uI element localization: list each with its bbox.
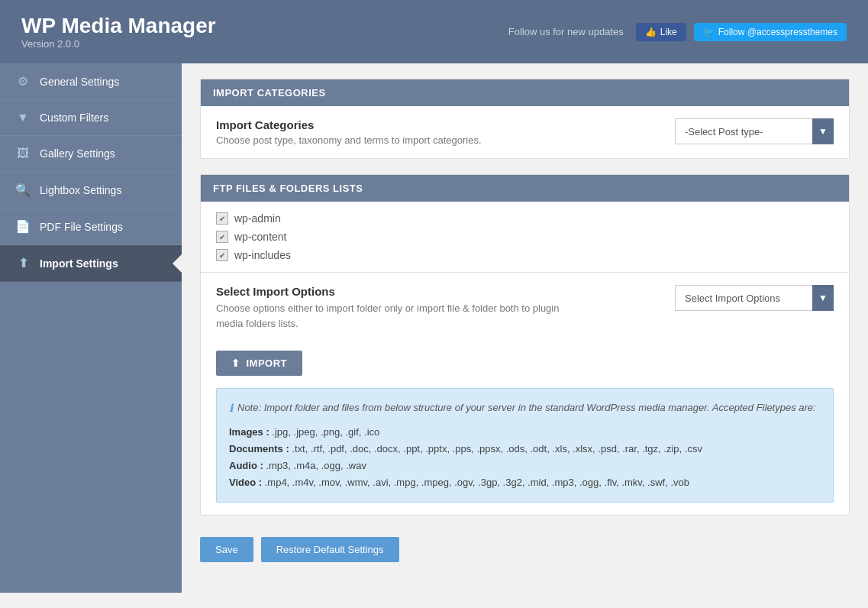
- sidebar-item-pdf-file-settings[interactable]: 📄 PDF File Settings: [0, 209, 182, 245]
- post-type-select-arrow[interactable]: ▼: [812, 118, 834, 144]
- follow-text: Follow us for new updates: [508, 26, 624, 37]
- fb-btn-label: Like: [660, 27, 677, 37]
- documents-types: .txt, .rtf, .pdf, .doc, .docx, .ppt, .pp…: [292, 443, 702, 454]
- sidebar: ⚙ General Settings ▼ Custom Filters 🖼 Ga…: [0, 63, 182, 593]
- import-options-description: Choose options either to import folder o…: [216, 301, 567, 331]
- info-note: ℹ Note: Import folder and files from bel…: [229, 399, 821, 418]
- lightbox-settings-icon: 🔍: [15, 183, 31, 197]
- list-item: ✔ wp-content: [216, 231, 834, 243]
- import-options-label: Select Import Options: [216, 285, 567, 298]
- info-audio-row: Audio : .mp3, .m4a, .ogg, .wav: [229, 458, 821, 474]
- facebook-icon: 👍: [645, 27, 657, 37]
- ftp-item-label: wp-includes: [234, 249, 291, 261]
- sidebar-item-lightbox-settings[interactable]: 🔍 Lightbox Settings: [0, 172, 182, 209]
- import-options-select[interactable]: Select Import Options Import Folder Only…: [675, 285, 812, 311]
- sidebar-item-general-settings[interactable]: ⚙ General Settings: [0, 63, 182, 100]
- twitter-icon: 🐦: [703, 27, 715, 37]
- checkbox-wp-includes[interactable]: ✔: [216, 249, 228, 261]
- pdf-file-settings-icon: 📄: [15, 219, 31, 234]
- info-documents-row: Documents : .txt, .rtf, .pdf, .doc, .doc…: [229, 441, 821, 458]
- tw-btn-label: Follow @accesspressthemes: [718, 27, 837, 37]
- import-button-row: ⬆ IMPORT: [201, 343, 849, 388]
- twitter-follow-button[interactable]: 🐦 Follow @accesspressthemes: [694, 23, 847, 41]
- import-categories-row: Import Categories Choose post type, taxo…: [216, 118, 834, 146]
- import-button-icon: ⬆: [231, 357, 240, 369]
- video-label: Video :: [229, 477, 265, 488]
- header-title: WP Media Manager Version 2.0.0: [21, 14, 216, 50]
- import-categories-title: IMPORT CATEGORIES: [213, 87, 326, 99]
- import-options-select-wrapper: Select Import Options Import Folder Only…: [675, 285, 834, 311]
- select-import-options-section: Select Import Options Choose options eit…: [201, 273, 849, 343]
- video-types: .mp4, .m4v, .mov, .wmv, .avi, .mpg, .mpe…: [265, 477, 689, 488]
- ftp-files-section: FTP FILES & FOLDERS LISTS ✔ wp-admin ✔ w…: [200, 174, 850, 516]
- import-button[interactable]: ⬆ IMPORT: [216, 351, 302, 376]
- sidebar-item-label: General Settings: [40, 76, 119, 88]
- post-type-select-wrapper: -Select Post type- Post Page Attachment …: [675, 118, 834, 144]
- restore-default-button[interactable]: Restore Default Settings: [261, 537, 399, 562]
- import-categories-body: Import Categories Choose post type, taxo…: [201, 106, 849, 158]
- sidebar-item-label: Gallery Settings: [40, 147, 115, 160]
- app-title: WP Media Manager: [21, 14, 216, 38]
- app-version: Version 2.0.0: [21, 38, 216, 50]
- sidebar-item-label: Custom Filters: [40, 112, 108, 124]
- import-options-row: Select Import Options Choose options eit…: [216, 285, 834, 331]
- sidebar-item-label: Import Settings: [40, 257, 118, 270]
- info-icon: ℹ: [229, 399, 233, 418]
- list-item: ✔ wp-includes: [216, 249, 834, 261]
- import-options-text: Select Import Options Choose options eit…: [216, 285, 567, 331]
- import-categories-description: Choose post type, taxonomy and terms to …: [216, 134, 482, 146]
- info-images-row: Images : .jpg, .jpeg, .png, .gif, .ico: [229, 424, 821, 441]
- audio-types: .mp3, .m4a, .ogg, .wav: [266, 460, 366, 471]
- custom-filters-icon: ▼: [15, 111, 31, 125]
- checkbox-wp-content[interactable]: ✔: [216, 231, 228, 243]
- sidebar-item-gallery-settings[interactable]: 🖼 Gallery Settings: [0, 136, 182, 172]
- sidebar-item-custom-filters[interactable]: ▼ Custom Filters: [0, 100, 182, 136]
- sidebar-item-label: Lightbox Settings: [40, 184, 121, 196]
- import-categories-header: IMPORT CATEGORIES: [201, 79, 849, 106]
- checkbox-wp-admin[interactable]: ✔: [216, 212, 228, 225]
- import-categories-label: Import Categories: [216, 118, 482, 131]
- ftp-files-list: ✔ wp-admin ✔ wp-content ✔ wp-includes: [201, 202, 849, 272]
- sidebar-item-import-settings[interactable]: ⬆ Import Settings: [0, 245, 182, 282]
- info-video-row: Video : .mp4, .m4v, .mov, .wmv, .avi, .m…: [229, 474, 821, 491]
- list-item: ✔ wp-admin: [216, 212, 834, 225]
- header: WP Media Manager Version 2.0.0 Follow us…: [0, 0, 868, 63]
- gallery-settings-icon: 🖼: [15, 147, 31, 160]
- images-types: .jpg, .jpeg, .png, .gif, .ico: [272, 426, 379, 438]
- ftp-files-header: FTP FILES & FOLDERS LISTS: [201, 175, 849, 202]
- images-label: Images :: [229, 426, 272, 438]
- ftp-files-title: FTP FILES & FOLDERS LISTS: [213, 183, 363, 194]
- bottom-buttons: Save Restore Default Settings: [200, 531, 850, 577]
- documents-label: Documents :: [229, 443, 292, 454]
- post-type-select[interactable]: -Select Post type- Post Page Attachment: [675, 118, 812, 144]
- save-button[interactable]: Save: [200, 537, 253, 562]
- ftp-item-label: wp-admin: [234, 212, 281, 225]
- ftp-item-label: wp-content: [234, 231, 286, 243]
- header-right: Follow us for new updates 👍 Like 🐦 Follo…: [508, 23, 847, 41]
- import-categories-text: Import Categories Choose post type, taxo…: [216, 118, 482, 146]
- import-settings-icon: ⬆: [15, 256, 31, 270]
- import-options-select-arrow[interactable]: ▼: [812, 285, 834, 311]
- info-note-text: Note: Import folder and files from below…: [237, 399, 816, 416]
- main-content: IMPORT CATEGORIES Import Categories Choo…: [182, 63, 868, 593]
- audio-label: Audio :: [229, 460, 266, 471]
- import-categories-section: IMPORT CATEGORIES Import Categories Choo…: [200, 79, 850, 159]
- import-button-label: IMPORT: [247, 357, 288, 369]
- layout: ⚙ General Settings ▼ Custom Filters 🖼 Ga…: [0, 63, 868, 593]
- sidebar-item-label: PDF File Settings: [40, 221, 123, 233]
- facebook-like-button[interactable]: 👍 Like: [636, 23, 686, 41]
- general-settings-icon: ⚙: [15, 74, 31, 89]
- info-box: ℹ Note: Import folder and files from bel…: [216, 388, 834, 503]
